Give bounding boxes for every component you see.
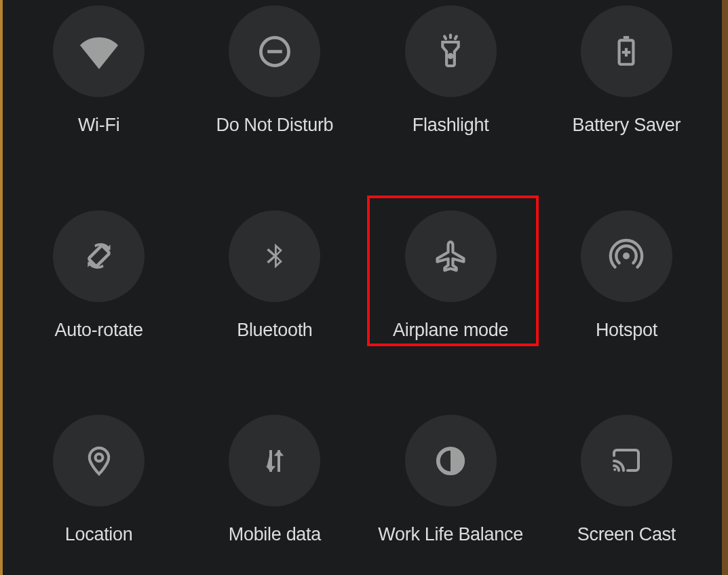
work-life-balance-icon (435, 445, 466, 477)
tile-circle (405, 210, 497, 302)
hotspot-icon (609, 238, 644, 274)
svg-point-16 (614, 468, 617, 471)
tile-label: Flashlight (413, 115, 489, 136)
tile-circle (229, 415, 320, 506)
svg-line-4 (455, 36, 457, 39)
screen-cast-icon (607, 445, 645, 477)
tile-wifi[interactable]: Wi-Fi (11, 0, 187, 166)
tile-circle (581, 415, 672, 506)
tile-auto-rotate[interactable]: Auto-rotate (11, 205, 187, 371)
tile-label: Mobile data (229, 524, 321, 545)
wifi-icon (80, 33, 118, 71)
dnd-icon (257, 34, 292, 69)
tile-circle (581, 210, 672, 302)
tile-work-life[interactable]: Work Life Balance (363, 409, 539, 575)
tile-circle (581, 5, 672, 97)
tile-label: Bluetooth (237, 320, 312, 341)
tile-location[interactable]: Location (11, 409, 187, 575)
auto-rotate-icon (80, 237, 118, 275)
tile-label: Work Life Balance (378, 524, 523, 545)
tile-label: Location (65, 524, 133, 545)
tile-label: Wi-Fi (78, 115, 119, 136)
tile-circle (405, 415, 497, 506)
tile-circle (53, 5, 145, 97)
tile-label: Auto-rotate (54, 320, 142, 341)
quick-settings-grid: Wi-Fi Do Not Disturb (4, 0, 721, 575)
tile-dnd[interactable]: Do Not Disturb (187, 0, 362, 166)
svg-point-11 (623, 253, 630, 259)
tile-label: Do Not Disturb (216, 115, 333, 136)
mobile-data-icon (258, 445, 291, 477)
tile-circle (229, 210, 320, 302)
tile-circle (53, 210, 145, 302)
tile-circle (405, 5, 497, 97)
tile-screen-cast[interactable]: Screen Cast (539, 409, 714, 575)
svg-line-3 (444, 36, 446, 39)
tile-battery-saver[interactable]: Battery Saver (539, 0, 714, 166)
tile-flashlight[interactable]: Flashlight (363, 0, 539, 166)
tile-hotspot[interactable]: Hotspot (539, 205, 714, 371)
tile-circle (229, 5, 320, 97)
tile-label: Airplane mode (393, 320, 508, 341)
location-icon (82, 443, 116, 479)
svg-point-12 (95, 453, 102, 461)
tile-label: Battery Saver (573, 115, 681, 136)
tile-label: Screen Cast (577, 524, 676, 545)
tile-airplane[interactable]: Airplane mode (363, 205, 539, 371)
airplane-icon (433, 238, 468, 274)
svg-point-5 (449, 54, 453, 58)
tile-mobile-data[interactable]: Mobile data (187, 409, 362, 575)
tile-bluetooth[interactable]: Bluetooth (187, 205, 362, 371)
tile-label: Hotspot (596, 320, 657, 341)
bluetooth-icon (260, 240, 290, 272)
battery-saver-icon (609, 34, 643, 69)
flashlight-icon (432, 33, 470, 71)
tile-circle (53, 415, 145, 506)
